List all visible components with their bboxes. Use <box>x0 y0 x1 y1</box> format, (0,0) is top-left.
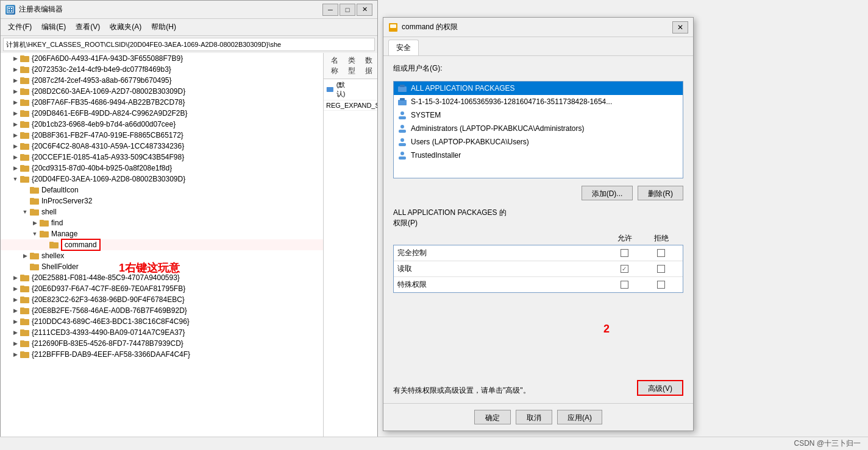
tree-item[interactable]: ▶ {208F7A6F-FB35-4686-9494-AB22B7B2CD78} <box>1 97 323 108</box>
expand-icon[interactable]: ▼ <box>20 207 30 217</box>
expand-icon[interactable]: ▶ <box>10 130 20 140</box>
expand-icon[interactable] <box>20 262 30 272</box>
expand-icon[interactable]: ▶ <box>20 251 30 261</box>
tree-item[interactable]: ▶ {2111CED3-4393-4490-BA09-0714A7C9EA37} <box>1 327 323 338</box>
tree-item-shell[interactable]: ▼ shell <box>1 206 323 217</box>
tree-item[interactable]: ▶ {20cd9315-87d0-40b4-b925-0a8f208e1f8d} <box>1 163 323 174</box>
folder-icon <box>20 350 30 359</box>
user-item-administrators[interactable]: Administrators (LAPTOP-PKABKUCA\Administ… <box>394 122 683 135</box>
tree-item-20d04[interactable]: ▼ {20D04FE0-3AEA-1069-A2D8-08002B30309D} <box>1 174 323 185</box>
user-name: SYSTEM <box>411 111 441 119</box>
tree-item[interactable]: ▶ {20CCEF1E-0185-41a5-A933-509C43B54F98} <box>1 152 323 163</box>
tree-item[interactable]: ▶ {20E25881-F081-448e-85C9-4707A9400593} <box>1 272 323 283</box>
expand-icon[interactable]: ▶ <box>10 284 20 294</box>
expand-icon[interactable]: ▶ <box>30 218 40 228</box>
tree-panel[interactable]: ▶ {206FA6D0-A493-41FA-943D-3F655088F7B9}… <box>1 53 324 449</box>
ok-button[interactable]: 确定 <box>474 410 511 424</box>
tree-item-find[interactable]: ▶ find <box>1 217 323 228</box>
expand-icon[interactable]: ▶ <box>10 54 20 63</box>
expand-icon[interactable]: ▶ <box>10 97 20 107</box>
tree-item[interactable]: ▶ {210DDC43-689C-46E3-BDC1-38C16C8F4C96} <box>1 316 323 327</box>
menu-edit[interactable]: 编辑(E) <box>37 20 71 34</box>
expand-icon[interactable]: ▶ <box>10 306 20 315</box>
row-type <box>350 80 375 99</box>
expand-icon[interactable]: ▶ <box>10 350 20 359</box>
tree-item[interactable]: ▶ {20E6D937-F6A7-4C7F-8E69-7E0AF81795FB} <box>1 283 323 294</box>
allow-read[interactable] <box>606 265 642 273</box>
checkbox-special-deny[interactable] <box>657 281 665 289</box>
tree-item-inprocserver[interactable]: InProcServer32 <box>1 195 323 206</box>
expand-icon[interactable] <box>40 240 49 250</box>
tree-item[interactable]: ▶ {209D8461-E6FB-49DD-A824-C9962A9D2F2B} <box>1 108 323 119</box>
folder-icon <box>20 76 30 85</box>
tab-security[interactable]: 安全 <box>388 40 419 55</box>
tree-item[interactable]: ▶ {20B8F361-FB2F-47A0-919E-F8865CB65172} <box>1 130 323 141</box>
expand-icon[interactable]: ▶ <box>10 163 20 173</box>
tree-item-shellex[interactable]: ▶ shellex <box>1 250 323 261</box>
expand-icon[interactable]: ▼ <box>10 174 20 184</box>
expand-icon[interactable] <box>20 196 30 206</box>
expand-icon[interactable]: ▶ <box>10 141 20 151</box>
tree-item-defaulticon[interactable]: DefaultIcon <box>1 185 323 195</box>
users-list[interactable]: ALL APPLICATION PACKAGES S-1-15-3-1024-1… <box>393 81 683 178</box>
svg-rect-18 <box>20 121 24 123</box>
user-item-system[interactable]: SYSTEM <box>394 108 683 122</box>
deny-read[interactable] <box>642 265 679 273</box>
allow-full-control[interactable] <box>606 249 642 257</box>
expand-icon[interactable]: ▶ <box>10 339 20 348</box>
address-bar[interactable]: 计算机\HKEY_CLASSES_ROOT\CLSID\{20D04FE0-3A… <box>3 38 375 51</box>
expand-icon[interactable]: ▶ <box>10 295 20 304</box>
menu-favorites[interactable]: 收藏夹(A) <box>105 20 146 34</box>
deny-special[interactable] <box>642 281 679 289</box>
user-item-sid[interactable]: S-1-15-3-1024-1065365936-1281604716-3511… <box>394 95 683 108</box>
expand-icon[interactable]: ▶ <box>10 86 20 96</box>
expand-icon[interactable]: ▶ <box>10 152 20 162</box>
tree-item[interactable]: ▶ {212BFFFB-DAB9-4EEF-AF58-3366DAAF4C4F} <box>1 349 323 360</box>
tree-item[interactable]: ▶ {206FA6D0-A493-41FA-943D-3F655088F7B9} <box>1 53 323 64</box>
expand-icon[interactable]: ▼ <box>30 229 40 239</box>
checkbox-read-allow[interactable] <box>621 265 628 273</box>
tree-item-command[interactable]: command <box>1 239 323 250</box>
expand-icon[interactable]: ▶ <box>10 108 20 118</box>
allow-special[interactable] <box>606 281 642 289</box>
checkbox-special-allow[interactable] <box>621 281 628 289</box>
menu-view[interactable]: 查看(V) <box>71 20 105 34</box>
add-button[interactable]: 添加(D)... <box>582 186 633 200</box>
cancel-button[interactable]: 取消 <box>516 410 552 424</box>
user-item-all-app-pkg[interactable]: ALL APPLICATION PACKAGES <box>394 82 683 95</box>
advanced-button[interactable]: 高级(V) <box>637 380 683 396</box>
expand-icon[interactable]: ▶ <box>10 119 20 129</box>
expand-icon[interactable]: ▶ <box>10 317 20 326</box>
menu-help[interactable]: 帮助(H) <box>146 20 181 34</box>
tree-item[interactable]: ▶ {2072353c-2e14-4cf9-b4e9-dc077f8469b3} <box>1 64 323 75</box>
expand-icon[interactable]: ▶ <box>10 328 20 337</box>
dialog-close-button[interactable]: ✕ <box>672 21 688 33</box>
deny-full-control[interactable] <box>642 249 679 257</box>
checkbox-read-deny[interactable] <box>657 265 665 273</box>
tree-item-manage[interactable]: ▼ Manage <box>1 228 323 239</box>
user-item-trustedinstaller[interactable]: TrustedInstaller <box>394 149 683 162</box>
maximize-button[interactable]: □ <box>340 4 355 16</box>
close-button[interactable]: ✕ <box>357 4 372 16</box>
item-label: {212690FB-83E5-4526-8FD7-74478B7939CD} <box>32 339 183 348</box>
expand-icon[interactable]: ▶ <box>10 65 20 74</box>
tree-item[interactable]: ▶ {20C6F4C2-80A8-4310-A59A-1CC487334236} <box>1 141 323 152</box>
remove-button[interactable]: 删除(R) <box>638 186 683 200</box>
tree-item[interactable]: ▶ {20E8B2FE-7568-46AE-A0DB-76B7F469B92D} <box>1 305 323 316</box>
tree-item[interactable]: ▶ {2087c2f4-2cef-4953-a8ab-66779b670495} <box>1 75 323 86</box>
tree-item[interactable]: ▶ {212690FB-83E5-4526-8FD7-74478B7939CD} <box>1 338 323 349</box>
folder-icon <box>20 131 30 139</box>
apply-button[interactable]: 应用(A) <box>557 410 602 424</box>
expand-icon[interactable] <box>20 185 30 195</box>
expand-icon[interactable]: ▶ <box>10 76 20 85</box>
checkbox-full-allow[interactable] <box>621 249 628 257</box>
user-item-users[interactable]: Users (LAPTOP-PKABKUCA\Users) <box>394 135 683 149</box>
tree-item[interactable]: ▶ {20E823C2-62F3-4638-96BD-90F4F6784EBC} <box>1 294 323 305</box>
tree-item[interactable]: ▶ {20b1cb23-6968-4eb9-b7d4-a66d00d07cee} <box>1 119 323 130</box>
tree-item[interactable]: ▶ {208D2C60-3AEA-1069-A2D7-08002B30309D} <box>1 86 323 97</box>
minimize-button[interactable]: ─ <box>322 4 338 16</box>
checkbox-full-deny[interactable] <box>657 249 665 257</box>
tree-item-shellfolder[interactable]: ShellFolder <box>1 261 323 272</box>
menu-file[interactable]: 文件(F) <box>3 20 37 34</box>
expand-icon[interactable]: ▶ <box>10 273 20 283</box>
